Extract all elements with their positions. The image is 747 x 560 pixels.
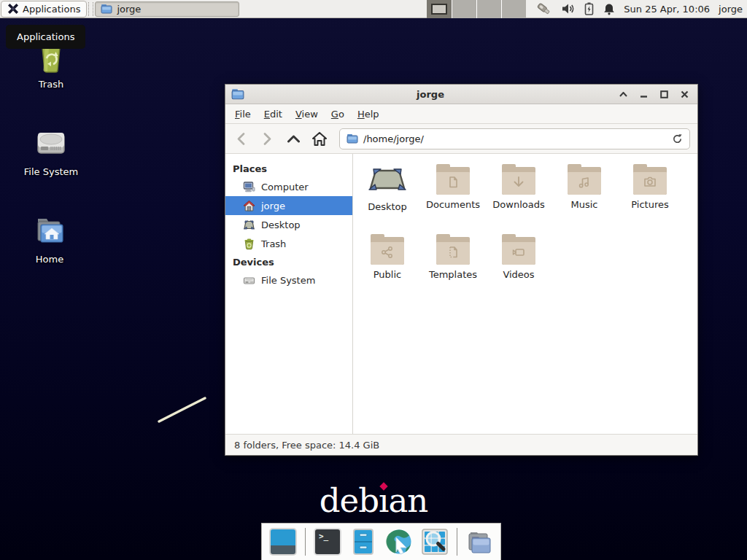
window-controls — [616, 88, 692, 101]
desktop-special-icon — [368, 166, 407, 195]
close-button[interactable] — [678, 88, 692, 101]
dock-separator — [457, 528, 457, 556]
location-path[interactable]: /home/jorge/ — [363, 133, 667, 144]
sidebar: Places Computer jorge — [225, 154, 353, 434]
shade-button[interactable] — [616, 88, 630, 101]
taskbar-window-title: jorge — [117, 4, 141, 15]
tasklist-handle[interactable] — [88, 2, 93, 16]
applications-menu-button[interactable]: Applications — [1, 1, 87, 18]
maximize-button[interactable] — [657, 88, 671, 101]
removable-media-icon[interactable] — [536, 2, 552, 15]
sidebar-item-label: Desktop — [261, 219, 301, 230]
window-titlebar[interactable]: jorge — [225, 85, 697, 104]
sidebar-item-label: Trash — [261, 238, 286, 249]
desktop-icon — [243, 219, 255, 231]
home-button[interactable] — [311, 131, 328, 147]
cursor-trail-line — [155, 393, 212, 427]
applications-tooltip: Applications — [6, 25, 85, 49]
workspace-3[interactable] — [476, 0, 501, 18]
sidebar-item-computer[interactable]: Computer — [225, 177, 352, 196]
toolbar: /home/jorge/ — [225, 124, 697, 154]
file-item-pictures[interactable]: Pictures — [617, 166, 683, 236]
harddrive-icon — [34, 125, 69, 160]
minimize-button[interactable] — [637, 88, 651, 101]
dock-app-finder-icon[interactable] — [421, 528, 449, 556]
window-icon-folder — [231, 88, 244, 100]
file-item-templates[interactable]: Templates — [420, 236, 486, 306]
computer-icon — [243, 181, 255, 193]
location-bar[interactable]: /home/jorge/ — [339, 128, 690, 149]
workspace-switcher[interactable] — [427, 0, 526, 18]
statusbar-text: 8 folders, Free space: 14.4 GiB — [234, 440, 379, 451]
folder-documents-icon — [436, 167, 470, 195]
desktop-icon-label: File System — [15, 166, 88, 177]
up-button[interactable] — [285, 131, 301, 147]
sidebar-item-label: Computer — [261, 182, 309, 192]
workspace-1[interactable] — [427, 0, 452, 18]
dock-directory-menu-icon[interactable] — [465, 528, 493, 556]
file-item-desktop[interactable]: Desktop — [355, 166, 420, 236]
file-item-label: Downloads — [486, 199, 551, 210]
desktop-icon-file-system[interactable]: File System — [15, 125, 88, 177]
menu-help[interactable]: Help — [351, 106, 386, 122]
desktop-icon-home[interactable]: Home — [13, 213, 86, 265]
taskbar-window-button[interactable]: jorge — [95, 1, 239, 17]
dock-web-browser-icon[interactable] — [385, 528, 413, 556]
file-item-label: Documents — [420, 199, 486, 210]
home-icon — [243, 200, 255, 212]
folder-templates-icon — [436, 237, 470, 265]
panel-clock[interactable]: Sun 25 Apr, 10:06 — [624, 4, 710, 15]
folder-public-icon — [371, 237, 404, 265]
file-item-label: Videos — [486, 269, 551, 280]
menu-file[interactable]: File — [228, 106, 258, 122]
folder-music-icon — [568, 167, 601, 195]
dock-separator — [305, 528, 306, 556]
dock-terminal-icon[interactable]: >_ — [314, 528, 341, 556]
reload-icon[interactable] — [672, 133, 683, 144]
home-folder-icon — [32, 213, 67, 248]
window-folder-icon — [101, 4, 112, 14]
menu-edit[interactable]: Edit — [258, 106, 289, 122]
debian-logo-text: debıan — [0, 481, 747, 520]
menu-view[interactable]: View — [289, 106, 325, 122]
sidebar-item-label: File System — [261, 275, 315, 286]
desktop-icon-label: Trash — [15, 79, 88, 90]
sidebar-item-desktop[interactable]: Desktop — [225, 215, 352, 234]
workspace-4[interactable] — [501, 0, 526, 18]
file-grid: Desktop Documents Downloads — [353, 154, 697, 434]
trash-small-icon — [243, 238, 255, 250]
dock: >_ — [261, 523, 501, 560]
xfce-applications-icon — [7, 3, 19, 15]
forward-button[interactable] — [259, 131, 275, 147]
sidebar-item-label: jorge — [261, 201, 285, 211]
desktop-icon-label: Home — [13, 254, 86, 265]
battery-charging-icon[interactable] — [584, 2, 594, 15]
file-item-label: Pictures — [617, 199, 683, 210]
window-title: jorge — [249, 89, 612, 100]
dock-file-manager-icon[interactable] — [349, 528, 377, 556]
panel-user-menu[interactable]: jorge — [719, 4, 743, 15]
file-item-label: Public — [355, 269, 420, 280]
file-item-public[interactable]: Public — [355, 236, 420, 306]
harddrive-small-icon — [243, 274, 255, 287]
sidebar-item-file-system[interactable]: File System — [225, 271, 352, 289]
notifications-bell-icon[interactable] — [603, 3, 615, 15]
back-button[interactable] — [233, 131, 249, 147]
file-item-videos[interactable]: Videos — [486, 236, 551, 306]
volume-icon[interactable] — [562, 3, 575, 15]
file-item-music[interactable]: Music — [551, 166, 617, 236]
file-item-label: Desktop — [355, 201, 420, 212]
file-manager-window: jorge File Edit View Go Help — [225, 84, 698, 456]
sidebar-item-jorge[interactable]: jorge — [225, 196, 352, 215]
file-item-downloads[interactable]: Downloads — [486, 166, 551, 236]
workspace-2[interactable] — [452, 0, 476, 18]
top-panel: Applications jorge — [0, 0, 747, 18]
window-body: Places Computer jorge — [225, 154, 697, 434]
folder-videos-icon — [502, 237, 535, 265]
file-item-documents[interactable]: Documents — [420, 166, 486, 236]
applications-menu-label: Applications — [23, 4, 80, 15]
location-folder-icon — [347, 133, 358, 144]
sidebar-item-trash[interactable]: Trash — [225, 234, 352, 253]
dock-show-desktop-icon[interactable] — [269, 528, 297, 556]
menu-go[interactable]: Go — [325, 106, 351, 122]
